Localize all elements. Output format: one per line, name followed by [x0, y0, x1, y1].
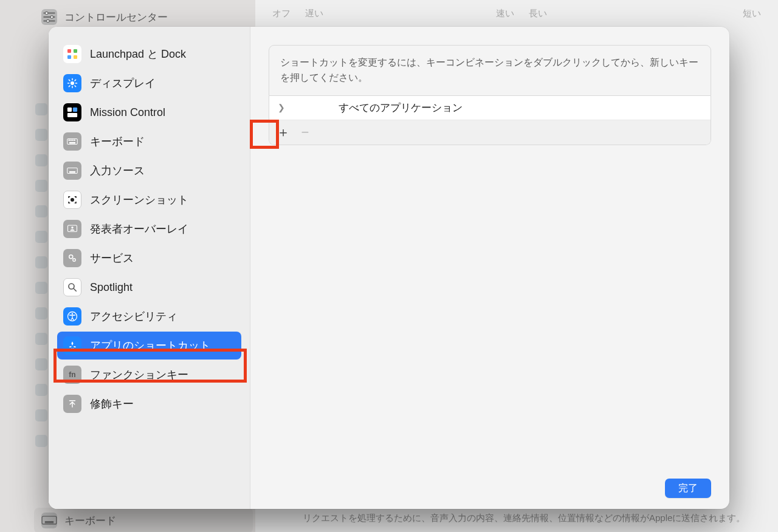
svg-point-32: [71, 199, 74, 202]
label-slow: 遅い: [305, 8, 323, 19]
label-long: 長い: [529, 8, 547, 19]
svg-line-17: [69, 80, 70, 81]
modifier-key-icon: [63, 395, 81, 413]
svg-rect-31: [70, 172, 75, 173]
sidebar-item-screenshot[interactable]: スクリーンショット: [57, 186, 241, 214]
svg-point-36: [73, 259, 76, 262]
fn-key-icon: fn: [63, 366, 81, 384]
sidebar-item-label: サービス: [90, 251, 134, 265]
label-fast: 速い: [496, 8, 514, 19]
sidebar-item-spotlight[interactable]: Spotlight: [57, 273, 241, 301]
sidebar-item-mission-control[interactable]: Mission Control: [57, 98, 241, 126]
launchpad-icon: [63, 45, 81, 63]
sheet-sidebar: Launchpad と Dock ディスプレイ Mission Control …: [49, 27, 250, 509]
svg-point-5: [47, 19, 49, 22]
sidebar-item-accessibility[interactable]: アクセシビリティ: [57, 302, 241, 330]
search-icon: [63, 278, 81, 296]
sidebar-item-label: ディスプレイ: [90, 76, 156, 90]
sidebar-item-function-keys[interactable]: fn ファンクションキー: [57, 361, 241, 389]
svg-rect-23: [67, 113, 77, 117]
svg-line-20: [75, 80, 76, 81]
mission-control-icon: [63, 103, 81, 121]
bg-slider-labels: オフ 遅い 速い 長い 短い: [255, 0, 778, 27]
sidebar-item-app-shortcuts[interactable]: アプリのショートカット: [57, 332, 241, 360]
svg-point-35: [69, 255, 73, 259]
svg-line-18: [75, 86, 76, 87]
svg-rect-8: [67, 49, 71, 53]
sliders-icon: [41, 9, 57, 25]
svg-point-29: [74, 140, 75, 141]
keyboard-icon: [41, 513, 57, 528]
sidebar-item-presenter-overlay[interactable]: 発表者オーバーレイ: [57, 215, 241, 243]
sidebar-item-label: スクリーンショット: [90, 193, 188, 207]
svg-point-37: [69, 284, 74, 289]
app-store-icon: [63, 336, 81, 355]
sidebar-item-keyboard[interactable]: キーボード: [57, 128, 241, 155]
sidebar-item-label: Mission Control: [90, 106, 165, 119]
sidebar-item-label: ファンクションキー: [90, 367, 188, 382]
chevron-right-icon: ❯: [278, 103, 286, 112]
sidebar-item-services[interactable]: サービス: [57, 244, 241, 272]
svg-rect-22: [73, 107, 77, 112]
sidebar-item-label: キーボード: [90, 134, 145, 149]
svg-point-12: [71, 81, 74, 85]
keyboard-shortcuts-sheet: Launchpad と Dock ディスプレイ Mission Control …: [49, 27, 729, 509]
screenshot-icon: [63, 191, 81, 209]
presenter-icon: [63, 220, 81, 238]
add-button[interactable]: ＋: [274, 124, 292, 141]
list-row-all-applications[interactable]: ❯ すべてのアプリケーション: [269, 96, 711, 120]
svg-point-26: [69, 140, 70, 141]
sidebar-item-label: 発表者オーバーレイ: [90, 222, 188, 236]
svg-line-19: [69, 86, 70, 87]
gear-icon: [63, 249, 81, 267]
svg-rect-21: [67, 107, 72, 112]
keyboard-icon: [63, 132, 81, 151]
list-row-label: すべてのアプリケーション: [339, 101, 463, 115]
sidebar-item-label: アクセシビリティ: [90, 309, 177, 324]
bg-item-label: キーボード: [64, 514, 116, 528]
accessibility-icon: [63, 307, 81, 326]
svg-rect-10: [67, 55, 71, 59]
sidebar-item-modifier-keys[interactable]: 修飾キー: [57, 390, 241, 418]
sidebar-item-label: Spotlight: [90, 281, 133, 294]
bg-blurred-icons: [35, 103, 47, 492]
sidebar-item-label: 修飾キー: [90, 397, 134, 411]
label-off: オフ: [272, 8, 291, 19]
svg-rect-9: [74, 49, 77, 53]
plus-icon: ＋: [277, 123, 290, 142]
svg-rect-11: [74, 55, 77, 59]
instruction-text: ショートカットを変更するには、キーコンビネーションをダブルクリックしてから、新し…: [269, 45, 711, 96]
sidebar-item-launchpad[interactable]: Launchpad と Dock: [57, 40, 241, 68]
svg-line-38: [74, 288, 77, 292]
svg-rect-25: [70, 143, 75, 144]
sidebar-item-label: Launchpad と Dock: [90, 47, 186, 61]
list-toolbar: ＋ −: [269, 120, 711, 145]
shortcuts-list: ❯ すべてのアプリケーション ＋ −: [269, 96, 711, 145]
done-button[interactable]: 完了: [665, 479, 711, 498]
svg-point-27: [71, 140, 72, 141]
sidebar-item-display[interactable]: ディスプレイ: [57, 69, 241, 97]
sidebar-item-label: アプリのショートカット: [90, 338, 210, 353]
sidebar-item-label: 入力ソース: [90, 163, 145, 178]
svg-point-3: [46, 12, 48, 14]
svg-rect-7: [46, 522, 53, 523]
sidebar-item-input-source[interactable]: 入力ソース: [57, 157, 241, 185]
bg-item-label: コントロールセンター: [64, 10, 168, 24]
remove-button[interactable]: −: [296, 124, 314, 141]
input-source-icon: [63, 162, 81, 180]
brightness-icon: [63, 74, 81, 92]
minus-icon: −: [301, 124, 309, 140]
bg-sidebar-item-keyboard: キーボード: [34, 508, 253, 532]
sheet-footer: 完了: [269, 468, 711, 498]
svg-point-4: [50, 16, 53, 18]
svg-point-34: [71, 227, 73, 228]
label-short: 短い: [743, 8, 761, 19]
svg-point-40: [72, 313, 74, 315]
sheet-main: ショートカットを変更するには、キーコンビネーションをダブルクリックしてから、新し…: [250, 27, 729, 509]
bg-footer-text: リクエストを処理するために、音声入力の内容、連絡先情報、位置情報などの情報がAp…: [303, 511, 754, 524]
svg-point-28: [72, 140, 74, 141]
